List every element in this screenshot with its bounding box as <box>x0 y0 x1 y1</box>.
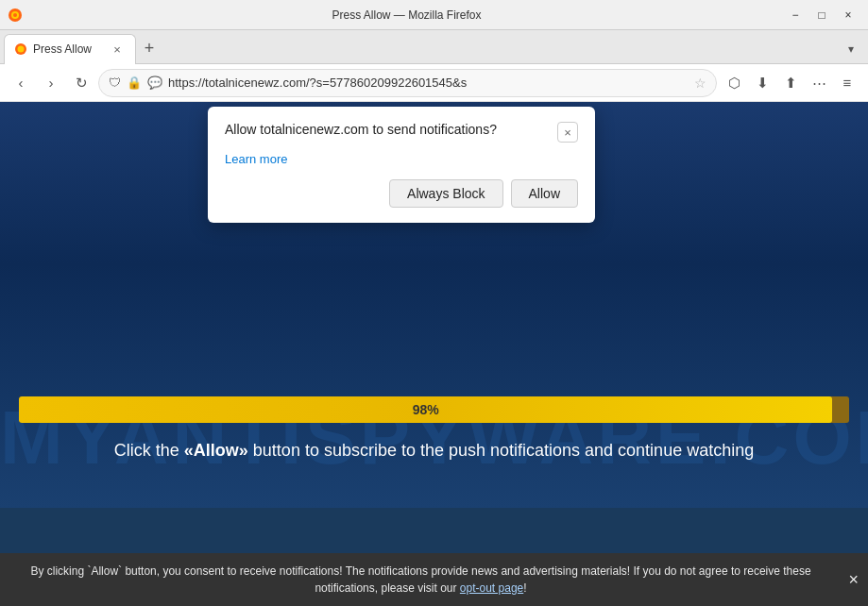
shield-icon: 🛡 <box>109 76 121 90</box>
notif-close-button[interactable]: × <box>557 122 578 143</box>
consent-text: By clicking `Allow` button, you consent … <box>30 564 810 595</box>
tabbar: Press Allow × + ▾ <box>0 30 868 64</box>
url-text: https://totalnicenewz.com/?s=57786020992… <box>168 76 689 90</box>
consent-close-button[interactable]: × <box>848 570 859 590</box>
minimize-button[interactable]: − <box>783 6 808 25</box>
instruction-content: Click the «Allow» button to subscribe to… <box>114 441 754 460</box>
extensions-button[interactable]: ⋯ <box>806 70 832 96</box>
window-controls: − □ × <box>783 6 860 25</box>
tab-close-button[interactable]: × <box>109 41 126 58</box>
new-tab-button[interactable]: + <box>136 36 162 62</box>
navbar: ‹ › ↻ 🛡 🔒 💬 https://totalnicenewz.com/?s… <box>0 64 868 102</box>
window-title: Press Allow — Mozilla Firefox <box>30 8 783 22</box>
titlebar: Press Allow — Mozilla Firefox − □ × <box>0 0 868 30</box>
nav-extras: ⬡ ⬇ ⬆ ⋯ ≡ <box>721 70 860 96</box>
notif-header: Allow totalnicenewz.com to send notifica… <box>225 122 578 143</box>
active-tab[interactable]: Press Allow × <box>4 34 136 64</box>
back-button[interactable]: ‹ <box>8 70 34 96</box>
opt-out-link[interactable]: opt-out page <box>460 581 523 595</box>
lock-icon: 🔒 <box>127 76 142 90</box>
consent-bar: By clicking `Allow` button, you consent … <box>0 553 868 606</box>
progress-bar-outer: 98% <box>19 396 849 423</box>
progress-section: 98% <box>19 396 849 423</box>
notification-icon: 💬 <box>147 76 162 90</box>
maximize-button[interactable]: □ <box>809 6 834 25</box>
notif-buttons: Always Block Allow <box>225 179 578 208</box>
reload-button[interactable]: ↻ <box>68 70 94 96</box>
pocket-button[interactable]: ⬡ <box>721 70 747 96</box>
highlight-allow: «Allow» <box>184 441 248 460</box>
learn-more-link[interactable]: Learn more <box>225 152 578 166</box>
url-bar[interactable]: 🛡 🔒 💬 https://totalnicenewz.com/?s=57786… <box>98 69 717 97</box>
firefox-logo <box>8 8 23 23</box>
instruction-text: Click the «Allow» button to subscribe to… <box>0 441 868 461</box>
notif-title: Allow totalnicenewz.com to send notifica… <box>225 122 557 137</box>
tab-favicon <box>14 42 27 56</box>
tab-title: Press Allow <box>33 42 103 56</box>
page-content: MYANTISPYWARE.COM Allow totalnicenewz.co… <box>0 102 868 508</box>
svg-point-2 <box>13 13 17 17</box>
notification-popup: Allow totalnicenewz.com to send notifica… <box>208 107 595 223</box>
always-block-button[interactable]: Always Block <box>389 179 502 208</box>
tab-dropdown-button[interactable]: ▾ <box>838 36 864 62</box>
svg-point-4 <box>18 46 25 53</box>
forward-button[interactable]: › <box>38 70 64 96</box>
progress-bar-inner: 98% <box>19 396 832 423</box>
bookmark-star-icon[interactable]: ☆ <box>694 76 706 91</box>
download-button[interactable]: ⬇ <box>749 70 775 96</box>
allow-button[interactable]: Allow <box>511 179 578 208</box>
progress-label: 98% <box>413 402 439 417</box>
close-button[interactable]: × <box>836 6 860 25</box>
menu-button[interactable]: ≡ <box>834 70 860 96</box>
share-button[interactable]: ⬆ <box>777 70 804 96</box>
